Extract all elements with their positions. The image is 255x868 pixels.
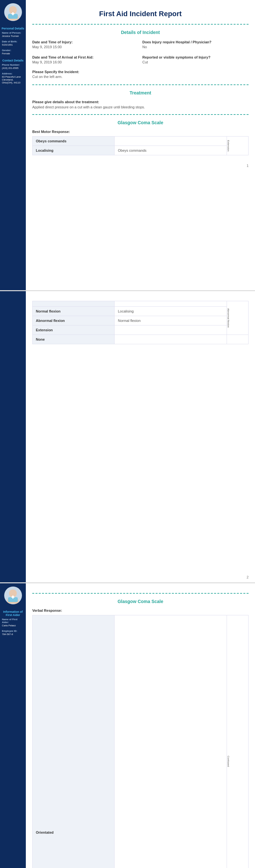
name-label: Name of Person: [0,31,26,34]
treatment-block: Please give details about the treatment:… [26,97,255,112]
gcs-section-title-p3: Glasgow Coma Scale [32,596,249,606]
address-value: 83 Peaceful Lane Cleveland, Ohio(OH), 44… [0,75,26,86]
hospital-block: Does Injury require Hospital / Physician… [142,40,249,52]
gcs-p2-value-1: Localising [115,307,227,316]
page-number-1: 1 [247,164,249,167]
symptoms-block: Reported or visible symptoms of Injury? … [142,55,249,67]
contact-details-title: Contact Details [0,57,26,63]
personal-details-title: Personal Details [0,25,26,31]
gcs-row-label-1: Localising [33,146,115,155]
treatment-section-title: Treatment [26,88,255,97]
gcs-motor-table: Obeys commands Extension Localising Obey… [32,136,249,155]
arrival-value: May 9, 2019 16:00 [32,60,139,64]
avatar-p3 [4,587,22,604]
gcs-p3-vlabel-0: Confused [227,756,230,767]
gcs-verbal-subtitle: Verbal Response: [32,609,249,613]
table-row: Orientated Confused Words None [33,615,249,868]
gcs-p3-value-0 [115,615,227,868]
gcs-section-title-p1: Glasgow Coma Scale [26,118,255,127]
gcs-row-label-0: Obeys commands [33,136,115,146]
table-row: Abnormal flexion [33,301,249,307]
gcs-verbal-table: Orientated Confused Words None [32,615,249,868]
table-row: Abnormal flexion Normal flexion [33,316,249,326]
gcs-motor-subtitle: Best Motor Response: [32,130,249,134]
hospital-value: No [142,45,249,49]
incident-value: Cut on the left arm. [32,75,249,79]
table-row: None [33,335,249,344]
gender-value: Female [0,52,26,57]
page-number-2: 2 [247,575,249,579]
emp-id-value: 784-567-8 [0,632,26,638]
table-row: Obeys commands Extension [33,136,249,146]
gcs-p2-vertical-label: Abnormal flexion [227,308,230,328]
svg-rect-9 [12,596,13,598]
gcs-p2-label-3: Extension [33,326,115,335]
gcs-p2-label-0 [33,301,115,307]
gcs-p2-value-2: Normal flexion [115,316,227,326]
gcs-p2-value-3 [115,326,227,335]
hospital-label: Does Injury require Hospital / Physician… [142,40,249,44]
info-first-aider-title: Information of First Aider [0,608,26,617]
gcs-p2-value-0 [115,301,227,307]
incident-section-title: Details of Incident [26,27,255,37]
symptoms-value: Cut [142,60,249,64]
dob-value: 5/20/1991 [0,43,26,48]
avatar [4,3,22,21]
phone-value: (419) 201-6565 [0,66,26,71]
symptoms-label: Reported or visible symptoms of Injury? [142,55,249,59]
gcs-row-value-1: Obeys commands [115,146,227,155]
injury-date-value: May 9, 2019 15:00 [32,45,139,49]
gcs-p2-label-1: Normal flexion [33,307,115,316]
table-row: Localising Obeys commands [33,146,249,155]
dob-label: Date of Birth: [0,39,26,43]
svg-rect-4 [12,12,13,15]
name-value: Jessica Truman [0,34,26,39]
gcs-row-value-0 [115,136,227,146]
treatment-value: Applied direct pressure on a cut with a … [32,105,249,109]
treatment-label: Please give details about the treatment: [32,100,249,104]
gcs-p3-label-0: Orientated [33,615,115,868]
report-title: First Aid Incident Report [26,0,255,21]
incident-specify-block: Please Specify the Incident: Cut on the … [26,70,255,82]
aider-name-label: Name of First Aider: [0,617,26,624]
gcs-motor-table-p2: Abnormal flexion Normal flexion Localisi… [32,301,249,344]
injury-date-block: Date and Time of Injury: May 9, 2019 15:… [32,40,139,52]
gcs-p2-label-2: Abnormal flexion [33,316,115,326]
incident-label: Please Specify the Incident: [32,70,249,74]
gender-label: Gender: [0,48,26,52]
injury-date-label: Date and Time of Injury: [32,40,139,44]
table-row: Extension [33,326,249,335]
gcs-vertical-label: Extension [227,140,230,151]
table-row: Normal flexion Localising [33,307,249,316]
aider-name-value: Carla Pelaez [0,624,26,629]
arrival-block: Date and Time of Arrival at First Aid: M… [32,55,139,67]
gcs-p2-label-4: None [33,335,115,344]
arrival-label: Date and Time of Arrival at First Aid: [32,55,139,59]
phone-label: Phone Number: [0,63,26,66]
emp-id-label: Employee ID: [0,629,26,632]
address-label: Address: [0,71,26,75]
gcs-p2-value-4 [115,335,227,344]
